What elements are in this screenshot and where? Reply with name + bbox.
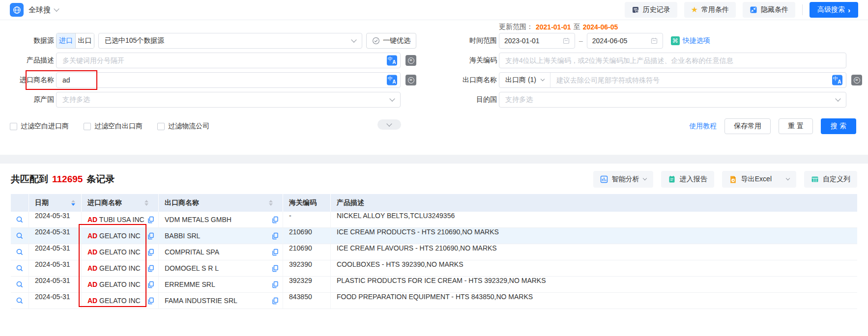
- calendar-icon: [563, 37, 570, 44]
- collapse-form-button[interactable]: [377, 119, 401, 130]
- sort-date-control[interactable]: [71, 200, 81, 206]
- custom-columns-button[interactable]: 自定义列: [804, 171, 857, 188]
- smart-analysis-button[interactable]: 智能分析: [593, 171, 653, 188]
- chevron-down-icon: [786, 176, 790, 180]
- product-desc-input[interactable]: [56, 53, 401, 68]
- importer-cell: AD GELATO INC: [81, 277, 158, 292]
- reset-button[interactable]: 重 置: [779, 118, 813, 134]
- data-source-select[interactable]: 已选中105个数据源: [98, 33, 362, 49]
- search-detail-icon[interactable]: [16, 232, 24, 240]
- origin-country-select[interactable]: 支持多选: [56, 92, 401, 108]
- sort-exporter-control[interactable]: [269, 200, 279, 206]
- copy-icon[interactable]: [272, 232, 279, 240]
- copy-icon[interactable]: [272, 281, 279, 288]
- exporter-cell: VDM METALS GMBH: [158, 212, 283, 227]
- enter-report-button[interactable]: 进入报告: [661, 171, 714, 188]
- hs-code-cell: 210690: [283, 228, 330, 244]
- check-circle-icon: [372, 37, 380, 45]
- search-detail-icon[interactable]: [16, 264, 24, 272]
- tutorial-link[interactable]: 使用教程: [689, 122, 717, 131]
- copy-icon[interactable]: [147, 249, 154, 256]
- data-source-label: 数据源: [10, 36, 54, 45]
- hs-code-cell: 392329: [283, 277, 330, 292]
- tab-export[interactable]: 出口: [75, 33, 94, 48]
- search-detail-icon[interactable]: [16, 280, 24, 288]
- filter-blank-importer-label: 过滤空白进口商: [21, 122, 69, 131]
- smart-analysis-label: 智能分析: [612, 175, 639, 184]
- chevron-down-icon[interactable]: [54, 6, 59, 11]
- update-range-label: 更新范围：: [499, 23, 533, 31]
- copy-icon[interactable]: [272, 216, 279, 224]
- exporter-cell: BABBI SRL: [158, 228, 283, 244]
- filter-blank-importer-checkbox[interactable]: 过滤空白进口商: [10, 122, 69, 131]
- translate-icon[interactable]: 中A: [387, 56, 397, 66]
- exporter-role-select[interactable]: 出口商 (1): [499, 73, 550, 87]
- results-count: 112695: [52, 174, 83, 185]
- globe-icon: [13, 6, 21, 14]
- copy-icon[interactable]: [147, 232, 154, 240]
- export-excel-button[interactable]: 导出Excel: [722, 171, 796, 188]
- quick-options-link[interactable]: ⌘ 快捷选项: [671, 36, 710, 45]
- hs-code-cell: 210690: [283, 244, 330, 260]
- favorites-button[interactable]: ★ 常用条件: [684, 2, 736, 18]
- search-detail-icon[interactable]: [16, 216, 24, 224]
- exact-match-icon[interactable]: =: [405, 55, 416, 66]
- one-click-optimize-label: 一键优选: [383, 36, 410, 45]
- sort-importer-control[interactable]: [145, 200, 154, 206]
- table-row: 2024-05-31 AD GELATO INC ERREMME SRL 392…: [11, 277, 857, 293]
- update-range: 更新范围： 2021-01-01 至 2024-06-05: [442, 23, 618, 31]
- importer-label: 进口商名称: [10, 76, 54, 84]
- translate-icon[interactable]: 中A: [387, 75, 397, 85]
- copy-icon[interactable]: [272, 249, 279, 256]
- search-detail-icon[interactable]: [16, 297, 24, 305]
- section-divider: [0, 155, 868, 164]
- date-cell: 2024-05-31: [29, 293, 81, 308]
- end-date-input[interactable]: 2024-06-05: [587, 33, 663, 49]
- date-cell: 2024-05-31: [29, 277, 81, 292]
- data-source-selected-text: 已选中105个数据源: [105, 36, 164, 45]
- quick-options-icon: ⌘: [671, 36, 680, 45]
- topbar: 全球搜 历史记录 ★ 常用条件 隐藏条件 高级搜索 ›: [0, 0, 868, 20]
- columns-icon: [811, 175, 819, 183]
- exporter-cell: DOMOGEL S R L: [158, 260, 283, 276]
- quick-options-label: 快捷选项: [683, 36, 710, 45]
- hs-code-cell: 392390: [283, 260, 330, 276]
- importer-input[interactable]: [56, 72, 401, 88]
- one-click-optimize-button[interactable]: 一键优选: [366, 33, 416, 49]
- date-cell: 2024-05-31: [29, 244, 81, 260]
- filter-blank-exporter-checkbox[interactable]: 过滤空白出口商: [84, 122, 143, 131]
- copy-icon[interactable]: [147, 216, 154, 224]
- calendar-icon: [651, 37, 658, 44]
- table-header-row: 日期 进口商名称 出口商名称 海关编码 产品描述: [11, 194, 857, 212]
- hs-code-input[interactable]: [499, 53, 846, 68]
- hs-code-label: 海关编码: [442, 56, 497, 65]
- time-range-label: 时间范围: [442, 36, 497, 45]
- update-range-end: 2024-06-05: [583, 23, 618, 31]
- results-table: 日期 进口商名称 出口商名称 海关编码 产品描述 2024-05-31 AD T…: [11, 194, 857, 309]
- exporter-input[interactable]: [550, 73, 846, 87]
- history-label: 历史记录: [643, 5, 670, 14]
- start-date-input[interactable]: 2023-01-01: [499, 33, 575, 49]
- history-button[interactable]: 历史记录: [625, 2, 677, 18]
- importer-cell: AD GELATO INC: [81, 244, 158, 260]
- copy-icon[interactable]: [272, 297, 279, 305]
- search-button[interactable]: 搜 索: [821, 118, 856, 134]
- tab-import[interactable]: 进口: [57, 33, 75, 48]
- hide-conditions-button[interactable]: 隐藏条件: [743, 2, 795, 18]
- save-common-button[interactable]: 保存常用: [724, 118, 771, 134]
- exporter-label: 出口商名称: [442, 76, 497, 84]
- exact-match-icon[interactable]: =: [405, 75, 416, 85]
- advanced-search-button[interactable]: 高级搜索 ›: [810, 2, 858, 18]
- copy-icon[interactable]: [147, 297, 154, 305]
- copy-icon[interactable]: [147, 281, 154, 288]
- copy-icon[interactable]: [147, 265, 154, 272]
- copy-icon[interactable]: [272, 265, 279, 272]
- dest-country-select[interactable]: 支持多选: [499, 92, 846, 108]
- chevron-down-icon: [835, 96, 840, 101]
- chevron-down-icon: [386, 121, 392, 126]
- filter-logistics-checkbox[interactable]: 过滤物流公司: [157, 122, 209, 131]
- results-summary: 共匹配到 112695 条记录: [11, 173, 115, 186]
- search-detail-icon[interactable]: [16, 248, 24, 256]
- exact-match-icon[interactable]: =: [851, 75, 862, 85]
- translate-icon[interactable]: 中A: [832, 75, 842, 85]
